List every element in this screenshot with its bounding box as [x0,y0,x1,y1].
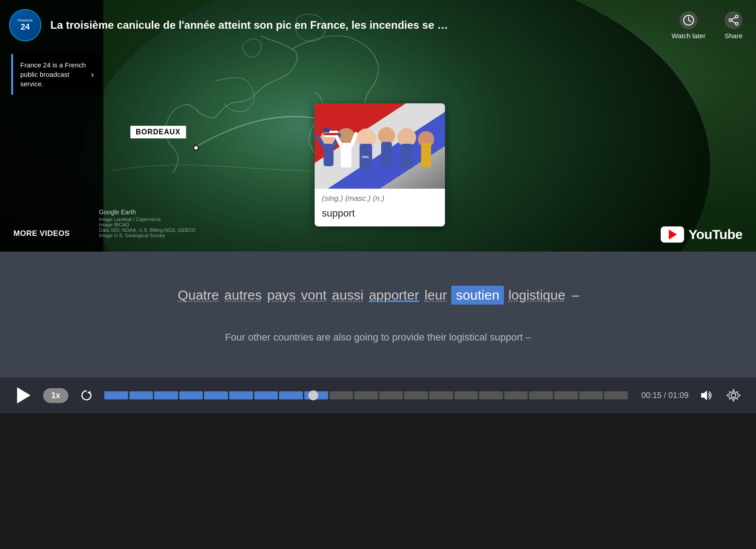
subtitle-word[interactable]: leur [423,286,448,305]
popup-grammar: (sing.) (masc.) (n.) [315,189,445,206]
subtitle-word[interactable]: Quatre [177,286,220,305]
subtitle-word[interactable]: aussi [331,286,365,305]
progress-segment [429,391,453,399]
time-separator: / [664,391,668,400]
svg-point-6 [729,19,732,22]
subtitle-word[interactable]: pays [266,286,296,305]
progress-segment [554,391,578,399]
progress-segment [354,391,378,399]
progress-segment [229,391,253,399]
total-time: 01:09 [668,391,689,400]
progress-bar [104,391,628,399]
watch-later-icon [680,11,698,29]
settings-button[interactable] [725,386,743,404]
svg-rect-19 [381,142,392,167]
svg-rect-31 [324,128,329,133]
progress-segment [129,391,153,399]
replay-icon [79,388,93,403]
controls-area: 1x 00:15 / 01:09 [0,377,756,413]
current-time: 00:15 [641,391,662,400]
svg-text:ITAL: ITAL [362,155,369,159]
svg-rect-16 [324,144,334,166]
progress-segment [604,391,628,399]
channel-logo[interactable]: FRANCE 24 [9,9,41,41]
share-svg-icon [728,14,739,26]
video-title: La troisième canicule de l'année atteint… [50,19,657,31]
progress-thumb [308,390,318,400]
volume-button[interactable] [698,386,716,404]
watch-later-button[interactable]: Watch later [671,11,707,40]
svg-point-4 [735,15,738,18]
svg-rect-17 [341,143,351,168]
svg-point-5 [735,22,738,25]
share-button[interactable]: Share [720,11,747,40]
progress-segment [154,391,178,399]
play-button[interactable] [13,385,34,406]
progress-segment [204,391,228,399]
channel-info-box[interactable]: France 24 is a French public broadcast s… [11,54,101,95]
volume-icon [699,389,714,402]
replay-button[interactable] [77,386,95,404]
share-icon [725,11,743,29]
youtube-triangle [669,230,677,239]
subtitle-french-line: Quatreautrespaysvontaussiapporterleursou… [177,286,579,305]
progress-segment [329,391,353,399]
channel-logo-text: FRANCE 24 [18,19,32,32]
svg-line-7 [732,17,735,19]
svg-point-35 [731,393,736,398]
progress-segment [379,391,403,399]
progress-segment [404,391,428,399]
crowd-svg: ITAL [315,103,445,189]
svg-rect-20 [401,144,413,168]
subtitle-word[interactable]: vont [300,286,328,305]
settings-icon [727,389,740,402]
popup-translation: support [315,206,445,226]
popup-image: ITAL [315,103,445,189]
svg-line-8 [732,21,735,23]
watch-later-label: Watch later [672,32,705,40]
progress-segment [104,391,128,399]
map-dot [193,145,199,151]
subtitle-word[interactable]: apporter [368,286,420,305]
subtitle-word[interactable]: autres [223,286,262,305]
svg-rect-29 [324,133,338,135]
channel-info-text: France 24 is a French public broadcast s… [20,60,86,89]
progress-segment [529,391,553,399]
more-videos-label[interactable]: MORE VIDEOS [13,229,70,238]
video-area: FRANCE 24 La troisième canicule de l'ann… [0,0,756,252]
subtitle-word[interactable]: logistique [507,286,566,305]
channel-info-arrow: › [91,69,94,80]
speed-button[interactable]: 1x [43,388,68,403]
play-icon [17,387,31,403]
svg-line-3 [689,20,691,22]
progress-segment [579,391,603,399]
subtitle-word[interactable]: – [572,288,579,303]
bordeaux-label: BORDEAUX [130,126,186,138]
youtube-text: YouTube [689,227,743,242]
progress-segment [504,391,528,399]
progress-container[interactable] [104,389,628,402]
clock-icon [683,14,694,26]
progress-segment [479,391,503,399]
svg-point-13 [378,127,395,144]
progress-segment [454,391,478,399]
progress-segment [254,391,278,399]
share-label: Share [725,32,743,40]
youtube-play-icon [661,226,684,243]
channel-header: FRANCE 24 La troisième canicule de l'ann… [0,9,756,41]
svg-marker-34 [701,390,707,400]
google-earth-label: Google Earth Image Landsat / Copernicus … [99,208,196,238]
progress-segment [279,391,303,399]
word-popup: ITAL (sing.) (masc.) (n.) support [315,103,445,226]
subtitle-area: Quatreautrespaysvontaussiapporterleursou… [0,252,756,377]
youtube-logo[interactable]: YouTube [661,226,743,243]
svg-marker-33 [87,391,90,394]
player-wrapper: FRANCE 24 La troisième canicule de l'ann… [0,0,756,413]
subtitle-word[interactable]: soutien [451,286,504,305]
progress-segment [179,391,203,399]
subtitle-english-line: Four other countries are also going to p… [225,332,531,343]
time-display: 00:15 / 01:09 [641,391,689,400]
svg-rect-30 [324,135,338,137]
svg-rect-21 [421,143,431,168]
